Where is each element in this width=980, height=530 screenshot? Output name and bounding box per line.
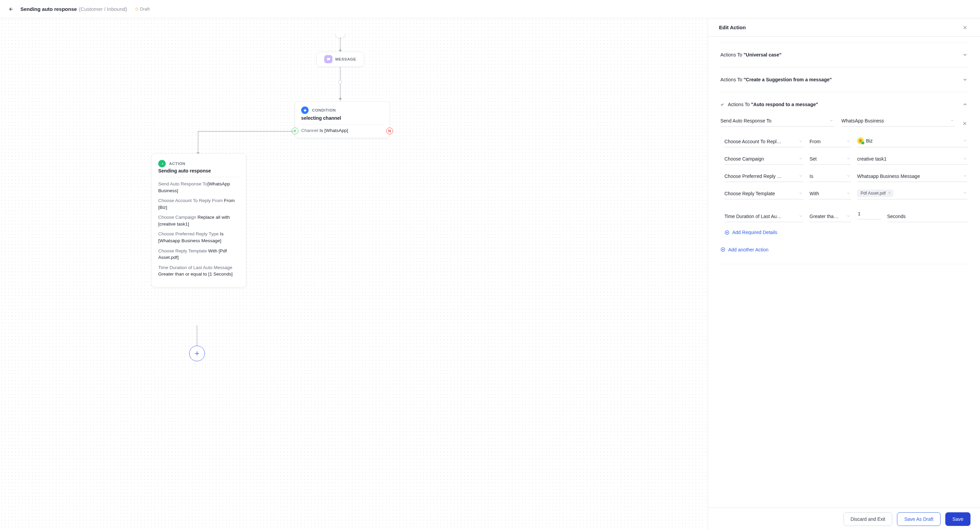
channel-select[interactable]: WhatsApp Business — [842, 115, 955, 127]
no-port[interactable]: N — [386, 128, 393, 134]
chevron-down-icon — [950, 118, 955, 124]
diamond-icon — [301, 106, 309, 114]
remove-chip-button[interactable] — [888, 191, 891, 195]
section-universal-case: Actions To "Universal case" — [721, 42, 968, 67]
page-title: Sending auto response — [21, 6, 77, 12]
panel-scroll[interactable]: Actions To "Universal case" Actions To "… — [708, 37, 980, 508]
message-node-label: MESSAGE — [335, 57, 356, 61]
duration-unit-select[interactable]: Seconds — [887, 211, 968, 222]
connector-line — [338, 67, 342, 102]
send-auto-response-select[interactable]: Send Auto Response To — [721, 115, 834, 127]
duration-number-input[interactable] — [857, 208, 881, 219]
add-another-action-button[interactable]: Add another Action — [721, 247, 768, 252]
account-avatar-icon: B — [857, 137, 864, 144]
operator-select[interactable]: Set — [810, 154, 851, 165]
add-required-details-button[interactable]: Add Required Details — [724, 230, 777, 235]
condition-node[interactable]: CONDITION selecting channel Channel Is [… — [295, 102, 390, 138]
divider — [158, 177, 239, 177]
status-chip: Draft — [135, 6, 150, 11]
field-select[interactable]: Choose Reply Template — [724, 188, 803, 199]
action-row-campaign: Choose Campaign Set creative task1 — [724, 154, 968, 165]
chevron-up-icon — [962, 102, 968, 107]
condition-node-label: CONDITION — [312, 108, 336, 112]
top-bar: Sending auto response (Customer / Inboun… — [0, 0, 980, 18]
message-icon — [324, 55, 332, 63]
edit-action-panel: Edit Action Actions To "Universal case" … — [708, 18, 980, 530]
section-auto-respond: Actions To "Auto respond to a message" S… — [721, 92, 968, 264]
section-header[interactable]: Actions To "Auto respond to a message" — [721, 102, 968, 107]
condition-title: selecting channel — [301, 115, 383, 121]
action-row-reply-type: Choose Preferred Reply … Is Whatsapp Bus… — [724, 171, 968, 182]
start-node-stub — [335, 33, 346, 39]
connector-line — [195, 325, 199, 346]
chevron-down-icon — [962, 52, 968, 57]
panel-footer: Discard and Exit Save As Draft Save — [708, 508, 980, 530]
operator-select[interactable]: With — [810, 188, 851, 199]
connector-line — [338, 37, 342, 54]
field-select[interactable]: Choose Campaign — [724, 154, 803, 165]
section-create-suggestion: Actions To "Create a Suggestion from a m… — [721, 67, 968, 92]
action-row-template: Choose Reply Template With Pdf Asset.pdf — [724, 188, 968, 199]
field-select[interactable]: Choose Account To Repl… — [724, 136, 803, 147]
back-button[interactable] — [6, 5, 16, 14]
save-draft-button[interactable]: Save As Draft — [897, 512, 940, 526]
field-select[interactable]: Choose Preferred Reply … — [724, 171, 803, 182]
action-node-label: ACTION — [169, 162, 185, 166]
chevron-down-icon — [829, 118, 834, 124]
add-node-button[interactable] — [189, 346, 205, 361]
status-dot-icon — [135, 8, 138, 11]
action-title: Sending auto response — [158, 168, 239, 173]
section-header[interactable]: Actions To "Create a Suggestion from a m… — [721, 77, 968, 83]
arrow-circle-icon — [158, 160, 166, 167]
save-button[interactable]: Save — [945, 512, 970, 526]
operator-select[interactable]: Greater tha… — [810, 211, 851, 222]
page-subtitle: (Customer / Inbound) — [79, 6, 127, 12]
operator-select[interactable]: From — [810, 136, 851, 147]
action-node[interactable]: ACTION Sending auto response Send Auto R… — [151, 154, 247, 287]
file-chip: Pdf Asset.pdf — [857, 189, 893, 197]
value-select[interactable]: Pdf Asset.pdf — [857, 189, 968, 199]
field-select[interactable]: Time Duration of Last Au… — [724, 211, 803, 222]
remove-line-button[interactable] — [962, 121, 968, 127]
value-select[interactable]: BBiz — [857, 135, 968, 147]
chevron-down-icon — [962, 77, 968, 83]
page-title-group: Sending auto response (Customer / Inboun… — [21, 6, 127, 12]
connector-joint — [338, 80, 342, 84]
connector-line — [195, 130, 298, 157]
value-select[interactable]: creative task1 — [857, 154, 968, 165]
action-row-account: Choose Account To Repl… From BBiz — [724, 135, 968, 147]
yes-port[interactable]: Y — [292, 128, 298, 134]
close-panel-button[interactable] — [961, 24, 969, 32]
panel-title: Edit Action — [719, 24, 746, 30]
value-select[interactable]: Whatsapp Business Message — [857, 171, 968, 182]
status-label: Draft — [140, 6, 150, 11]
flow-canvas[interactable]: MESSAGE CONDITION selecting channel Chan… — [0, 18, 708, 530]
condition-expression: Channel Is [WhatsApp] — [301, 128, 383, 133]
message-node[interactable]: MESSAGE — [317, 52, 364, 67]
section-header[interactable]: Actions To "Universal case" — [721, 52, 968, 57]
check-icon — [721, 102, 725, 107]
discard-button[interactable]: Discard and Exit — [843, 512, 892, 526]
operator-select[interactable]: Is — [810, 171, 851, 182]
action-row-time: Time Duration of Last Au… Greater tha… S… — [724, 205, 968, 222]
